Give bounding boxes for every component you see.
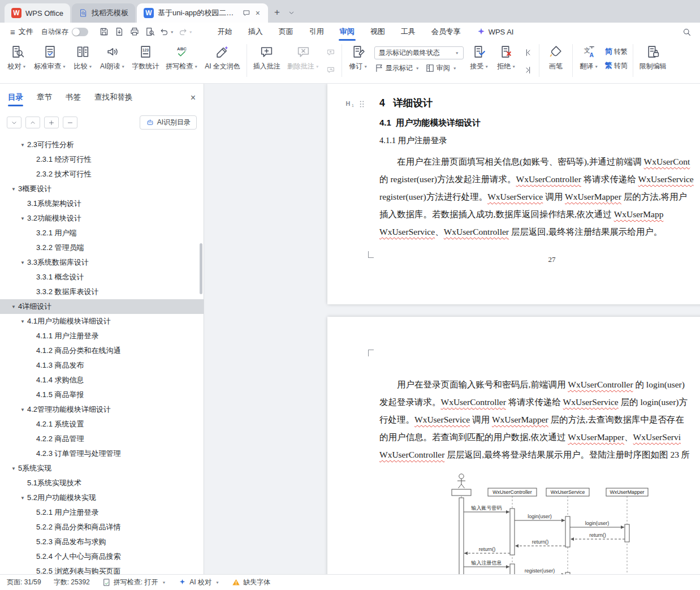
ribbon-button-转繁[interactable]: 简转繁 [605, 46, 628, 57]
ribbon-button-拼写检查[interactable]: ABC拼写检查▼ [162, 43, 201, 79]
menu-tab-工具[interactable]: 工具 [393, 23, 424, 41]
outline-item[interactable]: 5.2.5 浏览列表与购买页面 [0, 564, 204, 574]
collapse-triangle-icon[interactable]: ▼ [20, 260, 27, 265]
outline-item[interactable]: 4.2.3 订单管理与处理管理 [0, 446, 204, 461]
outline-item[interactable]: 3.3.1 概念设计 [0, 270, 204, 285]
outline-item[interactable]: ▼3.2功能模块设计 [0, 211, 204, 226]
file-menu[interactable]: ≡ 文件 [7, 27, 37, 37]
menu-tab-引用[interactable]: 引用 [301, 23, 332, 41]
ribbon-button-插入批注[interactable]: 插入批注 [250, 43, 284, 79]
ai-recognize-outline-button[interactable]: AI识别目录 [140, 115, 197, 130]
ribbon-button-AI朗读[interactable]: AI朗读▼ [97, 43, 128, 79]
pane-tab-书签[interactable]: 书签 [66, 92, 81, 106]
next-change-button[interactable] [521, 64, 535, 76]
search-button[interactable] [680, 25, 693, 38]
menu-tab-开始[interactable]: 开始 [210, 23, 240, 41]
outline-item[interactable]: ▼2.3可行性分析 [0, 137, 204, 152]
new-tab-button[interactable]: + [270, 5, 284, 20]
save-button[interactable] [97, 25, 111, 38]
outline-item[interactable]: 5.2.3 商品发布与求购 [0, 535, 204, 549]
ribbon-button-字数统计[interactable]: 123字数统计 [128, 43, 162, 79]
menu-tab-审阅[interactable]: 审阅 [332, 23, 362, 41]
outline-item[interactable]: 4.2.1 系统设置 [0, 417, 204, 432]
ai-proofread[interactable]: AI 校对 ▼ [178, 578, 219, 587]
close-tab-icon[interactable]: × [254, 8, 261, 18]
export-pdf-button[interactable] [113, 25, 126, 38]
collapse-triangle-icon[interactable]: ▼ [20, 407, 27, 412]
outline-item[interactable]: 2.3.2 技术可行性 [0, 167, 204, 182]
expand-all-button[interactable] [7, 117, 21, 128]
tab-wps-office[interactable]: W WPS Office [5, 3, 70, 23]
collapse-triangle-icon[interactable]: ▼ [20, 496, 27, 501]
outline-item[interactable]: 3.1系统架构设计 [0, 196, 204, 211]
page-27[interactable]: 4 详细设计 4.1 用户功能模块详细设计 4.1.1 用户注册登录 在用户在注… [327, 84, 700, 304]
ribbon-button-转简[interactable]: 繁转简 [605, 61, 628, 71]
outline-item[interactable]: 4.1.1 用户注册登录 [0, 329, 204, 343]
outline-item[interactable]: 5.2.1 用户注册登录 [0, 505, 204, 520]
tab-docer-templates[interactable]: 找稻壳模板 [72, 3, 135, 23]
heading-adorner[interactable]: H1 [343, 98, 367, 110]
ribbon-button-比较[interactable]: 比较▼ [70, 43, 97, 79]
outline-item[interactable]: ▼5.2用户功能模块实现 [0, 490, 204, 505]
outline-item[interactable]: 4.2.2 商品管理 [0, 432, 204, 446]
outline-item[interactable]: 3.2.1 用户端 [0, 226, 204, 240]
collapse-triangle-icon[interactable]: ▼ [20, 143, 27, 148]
pane-tab-查找和替换[interactable]: 查找和替换 [94, 92, 133, 106]
menu-tab-页面[interactable]: 页面 [271, 23, 301, 41]
collapse-all-button[interactable] [25, 117, 40, 128]
collapse-triangle-icon[interactable]: ▼ [11, 466, 18, 471]
markup-state-select[interactable]: 显示标记的最终状态▼ [374, 46, 464, 59]
collapse-triangle-icon[interactable]: ▼ [20, 216, 27, 221]
outline-item[interactable]: 5.2.4 个人中心与商品搜索 [0, 549, 204, 564]
menu-tab-插入[interactable]: 插入 [240, 23, 271, 41]
outline-item[interactable]: 3.3.2 数据库表设计 [0, 285, 204, 299]
heading-level-icon[interactable]: H1 [343, 98, 355, 110]
outline-item[interactable]: 4.1.3 商品发布 [0, 358, 204, 373]
outline-item[interactable]: ▼3.3系统数据库设计 [0, 255, 204, 270]
ribbon-button-审阅[interactable]: 审阅▼ [425, 63, 457, 73]
word-count[interactable]: 字数: 25392 [54, 578, 90, 587]
comment-bubble-icon[interactable] [243, 9, 250, 17]
undo-button[interactable]: ▼ [158, 25, 175, 38]
print-preview-button[interactable] [143, 25, 157, 38]
menu-tab-WPS AI[interactable]: WPS AI [469, 23, 522, 41]
drag-handle-icon[interactable] [357, 99, 367, 109]
page-indicator[interactable]: 页面: 31/59 [7, 578, 41, 587]
sidebar-scrollbar[interactable] [200, 243, 202, 294]
ribbon-button-接受[interactable]: 接受▼ [466, 43, 493, 79]
zoom-in-outline-button[interactable] [44, 117, 59, 128]
page-28[interactable]: 用户在登录页面输入账号和密码后,前端调用 WxUserController 的 … [327, 317, 700, 574]
close-pane-icon[interactable]: × [191, 93, 196, 106]
ribbon-button-翻译[interactable]: 文A翻译▼ [576, 43, 603, 79]
menu-tab-视图[interactable]: 视图 [362, 23, 393, 41]
outline-item[interactable]: ▼4.2管理功能模块详细设计 [0, 402, 204, 417]
spellcheck-status[interactable]: 拼写检查: 打开 ▼ [102, 578, 166, 587]
outline-item[interactable]: 3.2.2 管理员端 [0, 240, 204, 255]
ribbon-button-修订[interactable]: 修订▼ [345, 43, 372, 79]
outline-item[interactable]: 4.1.4 求购信息 [0, 373, 204, 387]
outline-item[interactable]: ▼5系统实现 [0, 461, 204, 476]
outline-item[interactable]: 5.2.2 商品分类和商品详情 [0, 520, 204, 535]
pane-tab-章节[interactable]: 章节 [37, 92, 52, 106]
outline-item[interactable]: 2.3.1 经济可行性 [0, 152, 204, 167]
outline-item[interactable]: 4.1.5 商品举报 [0, 387, 204, 402]
ribbon-button-AI 全文润色[interactable]: AI 全文润色 [201, 43, 244, 79]
outline-item[interactable]: ▼3概要设计 [0, 182, 204, 196]
zoom-out-outline-button[interactable] [63, 117, 77, 128]
pane-tab-目录[interactable]: 目录 [8, 92, 23, 106]
collapse-triangle-icon[interactable]: ▼ [20, 319, 27, 324]
menu-tab-会员专享[interactable]: 会员专享 [424, 23, 469, 41]
outline-item[interactable]: ▼4.1用户功能模块详细设计 [0, 314, 204, 329]
missing-font-warning[interactable]: 缺失字体 [232, 578, 270, 587]
outline-item[interactable]: ▼4详细设计 [0, 299, 204, 314]
tab-list-button[interactable] [284, 5, 299, 20]
collapse-triangle-icon[interactable]: ▼ [11, 187, 18, 192]
ribbon-button-限制编辑[interactable]: 限制编辑 [636, 43, 670, 79]
tab-active-document[interactable]: W 基于uni-app的校园二手物品 × [137, 3, 268, 23]
ribbon-button-显示标记[interactable]: 显示标记▼ [374, 63, 420, 73]
ribbon-button-校对[interactable]: 校对▼ [3, 43, 31, 79]
prev-change-button[interactable] [521, 46, 535, 59]
ribbon-button-画笔[interactable]: 画笔 [542, 43, 569, 79]
print-button[interactable] [128, 25, 141, 38]
collapse-triangle-icon[interactable]: ▼ [11, 304, 18, 309]
